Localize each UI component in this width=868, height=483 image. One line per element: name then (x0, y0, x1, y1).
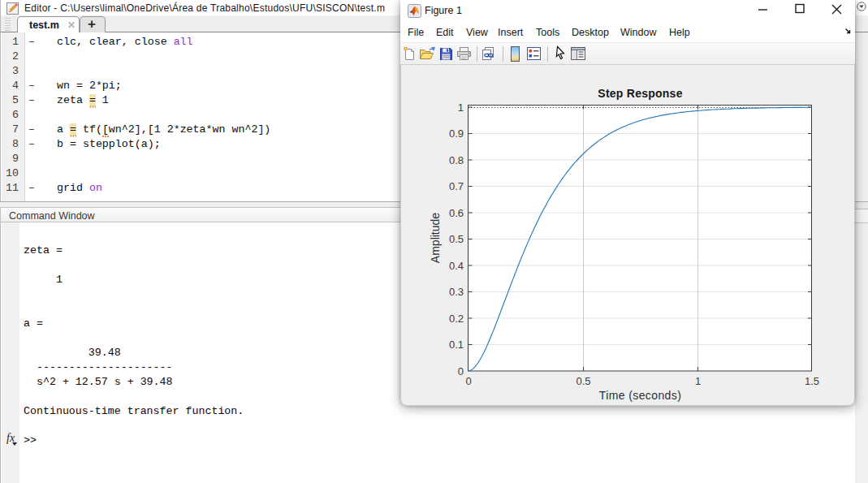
svg-text:0.2: 0.2 (449, 313, 464, 325)
svg-text:1: 1 (458, 101, 464, 114)
svg-text:0.9: 0.9 (449, 127, 464, 140)
svg-text:0.8: 0.8 (449, 154, 464, 166)
svg-text:1.5: 1.5 (805, 375, 819, 387)
svg-text:Time (seconds): Time (seconds) (599, 389, 682, 402)
svg-text:0.4: 0.4 (449, 260, 464, 272)
svg-text:0: 0 (458, 365, 464, 377)
svg-text:0: 0 (465, 375, 471, 387)
svg-text:0.3: 0.3 (449, 286, 464, 298)
svg-text:0.6: 0.6 (449, 207, 464, 219)
svg-text:0.1: 0.1 (449, 339, 464, 351)
svg-text:0.5: 0.5 (449, 233, 464, 245)
svg-text:Step Response: Step Response (598, 87, 682, 100)
svg-text:0.5: 0.5 (576, 375, 590, 387)
svg-text:1: 1 (695, 375, 701, 387)
svg-text:0.7: 0.7 (449, 180, 464, 192)
svg-text:Amplitude: Amplitude (429, 213, 442, 263)
